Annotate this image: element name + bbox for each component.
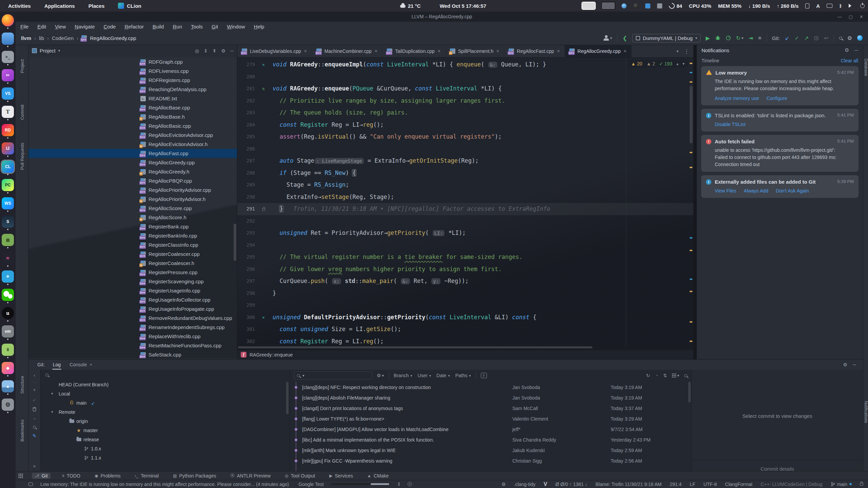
gutter-icon[interactable] (258, 203, 269, 215)
notification-card[interactable]: !Auto fetch failed5:41 PMunable to acces… (701, 135, 859, 172)
tree-item-RegisterBankInfo.cpp[interactable]: C++RegisterBankInfo.cpp (28, 231, 237, 240)
code-line-282[interactable]: 282 // Prioritize live ranges by size, a… (237, 95, 693, 107)
run-configuration-select[interactable]: DummyYAML | Debug ▾ (632, 34, 701, 42)
debug-button[interactable] (715, 35, 721, 41)
rider-launcher[interactable]: RD (2, 124, 14, 139)
prev-problem-icon[interactable]: ▴ (676, 61, 678, 66)
tree-item-RegUsageInfoPropagate.cpp[interactable]: C++RegUsageInfoPropagate.cpp (28, 304, 237, 313)
encoding-widget[interactable]: UTF-8 (704, 482, 717, 487)
hide-git-panel-icon[interactable]: ─ (853, 362, 856, 367)
run-button[interactable]: ▶ (706, 35, 710, 41)
event-log-icon[interactable] (28, 483, 33, 486)
log-settings-icon[interactable]: ⚙▾ (377, 373, 384, 378)
caret-position-widget[interactable]: 291:4 (670, 482, 682, 487)
menu-git[interactable]: Git (212, 24, 218, 29)
tree-item-RDFRegisters.cpp[interactable]: C++RDFRegisters.cpp (28, 76, 237, 85)
tool-window-button-terminal[interactable]: ›_Terminal (132, 473, 162, 479)
hide-notifications-icon[interactable]: ─ (854, 47, 858, 53)
editor-tab-MachineCombiner.cpp[interactable]: C++MachineCombiner.cpp✕ (312, 45, 382, 57)
tree-item-RegisterBank.cpp[interactable]: C++RegisterBank.cpp (28, 222, 237, 231)
weather-indicator[interactable]: 21 °C (400, 3, 421, 9)
branch-row-main[interactable]: main ↙ (41, 398, 290, 407)
tree-item-RegAllocBase.cpp[interactable]: C++RegAllocBase.cpp (28, 103, 237, 112)
commit-row[interactable]: [libc] Add a minimal implementation of t… (290, 434, 691, 445)
code-line-285[interactable]: 285 assert(Reg.isVirtual() && "Can only … (237, 131, 693, 143)
tray-icon[interactable] (645, 3, 650, 8)
code-line-298[interactable]: 298} (237, 287, 693, 300)
typora-launcher[interactable]: T (2, 106, 14, 120)
project-view-select[interactable]: Project (40, 48, 56, 54)
link-view-files[interactable]: View Files (715, 188, 736, 194)
code-line-281[interactable]: 281⇅void RAGreedy::enqueue(PQueue &CurQu… (237, 83, 693, 95)
workspace-2-thumbnail[interactable] (602, 2, 615, 9)
battery-tool-launcher[interactable]: 8 (2, 344, 14, 358)
tree-item-RDFGraph.cpp[interactable]: C++RDFGraph.cpp (28, 57, 237, 66)
link-disable-tslint[interactable]: Disable TSLint (715, 122, 746, 127)
editor-tab-LiveDebugVariables.cpp[interactable]: C++LiveDebugVariables.cpp✕ (237, 45, 312, 57)
menu-edit[interactable]: Edit (37, 24, 46, 29)
error-stripe-mark[interactable] (690, 237, 692, 239)
zoom-icon[interactable] (684, 374, 687, 377)
tree-item-SafeStack.cpp[interactable]: C++SafeStack.cpp (28, 350, 237, 358)
menu-navigate[interactable]: Navigate (75, 24, 95, 29)
tree-item-RegAllocGreedy.cpp[interactable]: C++RegAllocGreedy.cpp (28, 158, 237, 167)
sidebar-item-bookmarks[interactable]: Bookmarks (19, 420, 24, 442)
tab-console[interactable]: Console✕ (69, 362, 93, 367)
menu-view[interactable]: View (55, 24, 66, 29)
error-stripe-mark[interactable] (690, 63, 692, 64)
error-stripe-mark[interactable] (690, 167, 692, 168)
error-stripe-mark[interactable] (690, 72, 692, 73)
branch-scrollbar[interactable] (286, 382, 289, 414)
tree-item-RegAllocEvictionAdvisor.cpp[interactable]: C++RegAllocEvictionAdvisor.cpp (28, 130, 237, 140)
gutter-icon[interactable]: ✕ (258, 311, 269, 324)
sidebar-item-pull-requests[interactable]: Pull Requests (19, 143, 24, 170)
notification-card[interactable]: iTSLint is enabled: 'tslint' is listed i… (701, 109, 859, 131)
tree-item-RegisterUsageInfo.cpp[interactable]: C++RegisterUsageInfo.cpp (28, 286, 237, 295)
code-line-287[interactable]: 287 auto Stage: LiveRangeStage = ExtraIn… (237, 155, 693, 167)
code-line-299[interactable]: 299 (237, 299, 693, 311)
tree-item-RegAllocPBQP.cpp[interactable]: C++RegAllocPBQP.cpp (28, 176, 237, 185)
close-tab-icon[interactable]: ✕ (374, 49, 378, 54)
splitter[interactable] (693, 45, 697, 359)
file-manager-launcher[interactable] (2, 33, 14, 47)
git-push-button[interactable]: ↗ (804, 35, 809, 41)
formatter-widget[interactable]: ClangFormat (725, 482, 752, 487)
commit-row[interactable]: [mlir][arith] Mark unknown types legal i… (290, 445, 691, 455)
screenshot-tool-launcher[interactable]: ✂ (2, 69, 14, 84)
wechat-launcher[interactable] (2, 289, 14, 303)
code-line-293[interactable]: 293 unsigned Ret = PriorityAdvisor→getPr… (237, 227, 693, 239)
menu-refactor[interactable]: Refactor (124, 24, 144, 29)
refresh-icon[interactable]: ↻ (646, 373, 650, 378)
commit-scrollbar[interactable] (688, 382, 691, 402)
notification-card[interactable]: Low memory5:42 PMThe IDE is running low … (701, 66, 859, 105)
clock[interactable]: Wed Oct 5 17:46:57 (440, 3, 486, 9)
resolve-context-widget[interactable]: C++: LLVMCodeGen | Debug (761, 482, 822, 487)
code-line-292[interactable]: 292 (237, 215, 693, 227)
intellij-idea-launcher[interactable]: IJ (2, 142, 14, 157)
commit-row[interactable]: [clangd] Don't print locations of anonym… (290, 403, 691, 413)
error-stripe-mark[interactable] (690, 152, 692, 153)
tree-item-RegAllocFast.cpp[interactable]: C++RegAllocFast.cpp (28, 149, 237, 158)
stop-button[interactable]: ■ (758, 35, 762, 41)
commit-row[interactable]: [mlir][gpu] Fix GCC -Wparenthesis warnin… (290, 455, 691, 466)
sidebar-item-notifications[interactable]: Notifications (864, 401, 868, 423)
tree-item-RegAllocPriorityAdvisor.h[interactable]: HRegAllocPriorityAdvisor.h (28, 195, 237, 204)
commit-row[interactable]: [clang][deps] NFC: Respect working direc… (290, 382, 691, 392)
branch-search-field[interactable] (41, 370, 290, 380)
applications-menu[interactable]: Applications (44, 3, 75, 9)
image-viewer-launcher[interactable]: ▲ (2, 380, 14, 395)
error-stripe-mark[interactable] (690, 291, 692, 292)
filter-date[interactable]: Date▾ (436, 373, 450, 378)
expand-all-icon[interactable]: ⇕ (204, 48, 208, 54)
code-editor[interactable]: 279✕void RAGreedy::enqueueImpl(const Liv… (237, 58, 693, 350)
delete-icon[interactable] (32, 407, 37, 411)
code-line-290[interactable]: 290 ExtraInfo→setStage(Reg, Stage); (237, 191, 693, 203)
vmware-launcher[interactable]: vm (2, 325, 14, 340)
clang-tidy-widget[interactable]: .clang-tidy (514, 482, 536, 487)
close-tab-icon[interactable]: ✕ (557, 49, 560, 54)
webstorm-launcher[interactable]: WS (2, 197, 14, 212)
branch-row-1.0.x[interactable]: 1.0.x (41, 444, 290, 453)
tree-item-RemoveRedundantDebugValues.cpp[interactable]: C++RemoveRedundantDebugValues.cpp (28, 313, 237, 323)
tree-item-RegAllocGreedy.h[interactable]: HRegAllocGreedy.h (28, 167, 237, 176)
code-line-302[interactable]: 302 const Register Reg = LI.reg(); (237, 336, 693, 348)
